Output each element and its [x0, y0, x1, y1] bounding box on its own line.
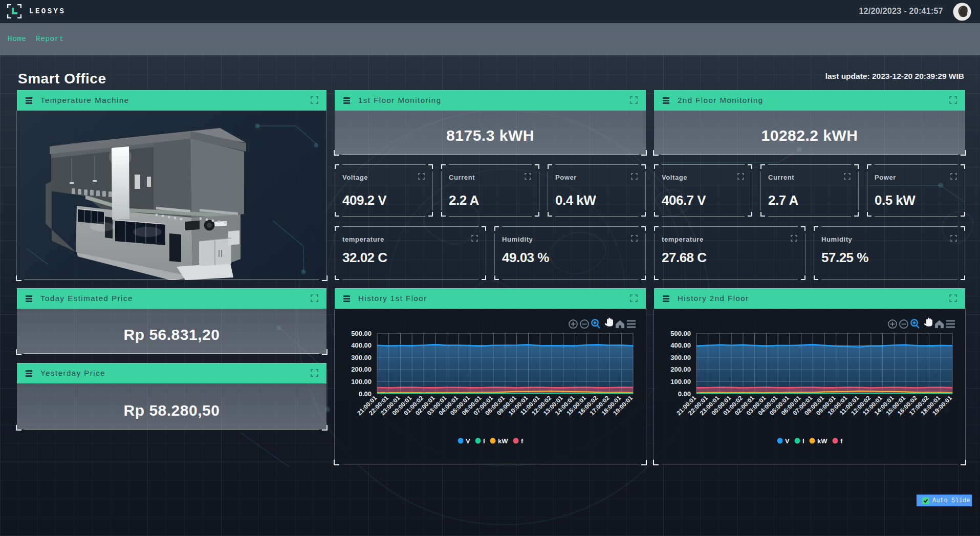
svg-text:200.00: 200.00: [351, 366, 372, 373]
svg-text:300.00: 300.00: [351, 354, 372, 361]
svg-text:500.00: 500.00: [670, 330, 691, 337]
svg-text:400.00: 400.00: [670, 341, 691, 349]
svg-text:0.00: 0.00: [678, 390, 691, 398]
svg-text:I: I: [483, 437, 485, 445]
svg-text:300.00: 300.00: [670, 354, 691, 361]
svg-text:f: f: [840, 437, 843, 445]
svg-text:200.00: 200.00: [670, 366, 691, 373]
svg-text:100.00: 100.00: [351, 378, 372, 385]
svg-text:V: V: [466, 437, 470, 445]
svg-text:100.00: 100.00: [670, 378, 691, 385]
svg-text:kW: kW: [817, 437, 827, 445]
svg-text:500.00: 500.00: [351, 330, 372, 337]
svg-text:f: f: [521, 437, 524, 445]
svg-text:kW: kW: [498, 437, 508, 445]
svg-text:I: I: [802, 437, 804, 445]
svg-text:0.00: 0.00: [359, 390, 372, 398]
svg-text:400.00: 400.00: [351, 341, 372, 349]
svg-text:V: V: [785, 437, 790, 445]
